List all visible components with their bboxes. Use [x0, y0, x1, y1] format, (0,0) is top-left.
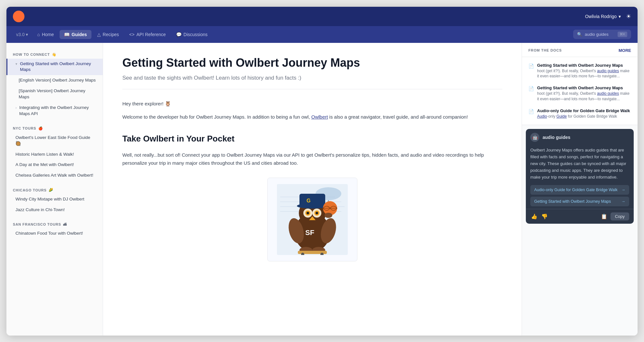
- sidebar-item-label: [English Version] Owlbert Journey Maps: [19, 77, 96, 83]
- owl-illustration: SF G: [277, 184, 348, 255]
- sidebar-item-integrating-api[interactable]: › Integrating with the Owlbert Journey M…: [6, 103, 103, 119]
- chat-link-label-0: Audio-only Guide for Golden Gate Bridge …: [534, 188, 618, 192]
- docs-item-desc-1: hoot (get it?!). But really, Owlbert's a…: [537, 91, 631, 102]
- user-menu[interactable]: Owlivia Rodrigo ▾: [585, 14, 621, 19]
- sidebar-item-day-at-met[interactable]: A Day at the Met with Owlbert!: [6, 160, 103, 170]
- sidebar-item-label: Jazz Culture in Chi-Town!: [15, 207, 65, 213]
- page-subtitle: See and taste the sights with Owlbert! L…: [122, 75, 502, 89]
- audio-guides-link-0[interactable]: audio guides: [597, 69, 619, 73]
- svg-text:G: G: [307, 198, 310, 203]
- sidebar-item-lower-east-side[interactable]: Owlbert's Lower East Side Food Guide 🥘: [6, 132, 103, 149]
- version-selector[interactable]: v3.0 ▾: [13, 30, 31, 39]
- guide-link[interactable]: Guide: [556, 114, 567, 119]
- docs-item-content-2: Audio-only Guide for Golden Gate Bridge …: [537, 108, 631, 119]
- sidebar-section-nyc-tours: NYC TOURS 🍎: [6, 123, 103, 132]
- owl-illustration-box: SF G: [267, 178, 357, 261]
- docs-list: 📄 Getting Started with Owlbert Journey M…: [522, 57, 638, 125]
- svg-point-22: [316, 212, 318, 214]
- sidebar-item-label: A Day at the Met with Owlbert!: [15, 162, 74, 168]
- audio-guides-link-1[interactable]: audio guides: [597, 91, 619, 96]
- right-panel: FROM THE DOCS MORE 📄 Getting Started wit…: [522, 43, 638, 336]
- sidebar-item-jazz-culture[interactable]: Jazz Culture in Chi-Town!: [6, 205, 103, 215]
- docs-item-0[interactable]: 📄 Getting Started with Owlbert Journey M…: [522, 60, 638, 83]
- sidebar-item-label: Chinatown Food Tour with Owlbert!: [15, 230, 83, 237]
- doc-icon-2: 📄: [528, 109, 534, 114]
- navbar: v3.0 ▾ ⌂ Home 📖 Guides △ Recipes <> API …: [6, 26, 638, 43]
- doc-icon-1: 📄: [528, 86, 534, 91]
- recipes-icon: △: [97, 32, 101, 37]
- sidebar-item-english-version[interactable]: [English Version] Owlbert Journey Maps: [6, 75, 103, 86]
- sidebar-item-label: Chelsea Galleries Art Walk with Owlbert!: [15, 172, 93, 179]
- nav-guides[interactable]: 📖 Guides: [60, 30, 91, 39]
- search-kbd-shortcut: ⌘K: [618, 32, 627, 37]
- page-title: Getting Started with Owlbert Journey Map…: [122, 56, 502, 70]
- chat-links: Audio-only Guide for Golden Gate Bridge …: [526, 185, 634, 209]
- nav-recipes[interactable]: △ Recipes: [93, 30, 124, 39]
- section-title-label: CHICAGO TOURS: [13, 188, 47, 192]
- chat-widget: 🤖 audio guides Owlbert Journey Maps offe…: [526, 129, 634, 224]
- arrow-icon-0: →: [621, 188, 626, 192]
- doc-icon-0: 📄: [528, 64, 534, 69]
- avatar-icon: 🤖: [532, 135, 538, 140]
- svg-point-26: [325, 213, 332, 218]
- chat-title: audio guides: [543, 135, 570, 140]
- thumbup-button[interactable]: 👍: [530, 213, 538, 220]
- section-emoji: 🏙: [63, 222, 67, 226]
- from-docs-title: FROM THE DOCS: [528, 48, 562, 52]
- sidebar-item-spanish-version[interactable]: [Spanish Version] Owlbert Journey Maps: [6, 86, 103, 103]
- copy-button[interactable]: Copy: [611, 212, 629, 220]
- section-title-label: NYC TOURS: [13, 126, 36, 130]
- nav-api-label: API Reference: [137, 32, 166, 37]
- chat-header: 🤖 audio guides: [526, 129, 634, 146]
- arrow-icon-1: →: [621, 199, 626, 204]
- user-chevron-icon: ▾: [619, 14, 621, 19]
- home-icon: ⌂: [37, 32, 40, 37]
- version-label: v3.0: [16, 32, 24, 37]
- sidebar-item-chinatown[interactable]: Chinatown Food Tour with Owlbert!: [6, 228, 103, 239]
- svg-rect-15: [299, 194, 325, 207]
- nav-recipes-label: Recipes: [103, 32, 119, 37]
- chat-link-1[interactable]: Getting Started with Owlbert Journey Map…: [530, 197, 629, 206]
- sidebar-item-label: Historic Harlem Listen & Walk!: [15, 151, 74, 158]
- sidebar-item-historic-harlem[interactable]: Historic Harlem Listen & Walk!: [6, 149, 103, 160]
- docs-item-2[interactable]: 📄 Audio-only Guide for Golden Gate Bridg…: [522, 105, 638, 122]
- chat-link-0[interactable]: Audio-only Guide for Golden Gate Bridge …: [530, 185, 629, 195]
- nav-discussions[interactable]: 💬 Discussions: [172, 30, 212, 39]
- nav-api-reference[interactable]: <> API Reference: [125, 30, 170, 39]
- discussions-icon: 💬: [176, 32, 182, 37]
- content-body: Hey there explorer! 🦉 Welcome to the dev…: [122, 100, 502, 261]
- docs-item-1[interactable]: 📄 Getting Started with Owlbert Journey M…: [522, 82, 638, 105]
- svg-point-0: [13, 11, 24, 22]
- sidebar-item-getting-started[interactable]: ▾ Getting Started with Owlbert Journey M…: [6, 59, 103, 75]
- api-icon: <>: [129, 32, 134, 37]
- chat-link-label-1: Getting Started with Owlbert Journey Map…: [534, 199, 611, 204]
- docs-item-content-1: Getting Started with Owlbert Journey Map…: [537, 85, 631, 102]
- version-chevron-icon: ▾: [26, 32, 28, 37]
- section-emoji: 🌽: [49, 188, 53, 192]
- thumbdown-button[interactable]: 👎: [541, 213, 548, 220]
- section-title-label: HOW TO CONNECT: [13, 53, 50, 56]
- docs-item-desc-2: Audio-only Guide for Golden Gate Bridge …: [537, 114, 631, 119]
- owlbert-link[interactable]: Owlbert: [311, 114, 328, 120]
- chat-footer: 👍 👎 📋 Copy: [526, 209, 634, 224]
- search-placeholder: audio guides: [585, 32, 609, 37]
- section-emoji: 👋: [52, 53, 57, 57]
- nav-discussions-label: Discussions: [184, 32, 208, 37]
- sidebar-item-chelsea-galleries[interactable]: Chelsea Galleries Art Walk with Owlbert!: [6, 170, 103, 181]
- svg-text:SF: SF: [305, 229, 314, 237]
- more-link[interactable]: MORE: [619, 48, 631, 53]
- docs-item-desc-0: hoot (get it?!). But really, Owlbert's a…: [537, 68, 631, 79]
- sidebar-item-windy-city[interactable]: Windy City Mixtape with DJ Owlbert: [6, 194, 103, 205]
- clipboard-icon: 📋: [600, 213, 608, 220]
- nav-home[interactable]: ⌂ Home: [33, 30, 58, 39]
- search-bar[interactable]: 🔍 audio guides ⌘K: [573, 30, 631, 39]
- section-title: Take Owlbert in Your Pocket: [122, 132, 502, 146]
- docs-item-content-0: Getting Started with Owlbert Journey Map…: [537, 63, 631, 79]
- theme-toggle-button[interactable]: ☀: [626, 13, 631, 20]
- topbar: 🦉 Owlivia Rodrigo ▾ ☀: [6, 7, 638, 26]
- chevron-right-icon: ›: [15, 105, 17, 110]
- topbar-right: Owlivia Rodrigo ▾ ☀: [585, 13, 631, 20]
- sidebar-section-sf-tours: SAN FRANCISCO TOURS 🏙: [6, 219, 103, 228]
- audio-link[interactable]: Audio: [537, 114, 547, 119]
- main-content: Getting Started with Owlbert Journey Map…: [103, 43, 522, 336]
